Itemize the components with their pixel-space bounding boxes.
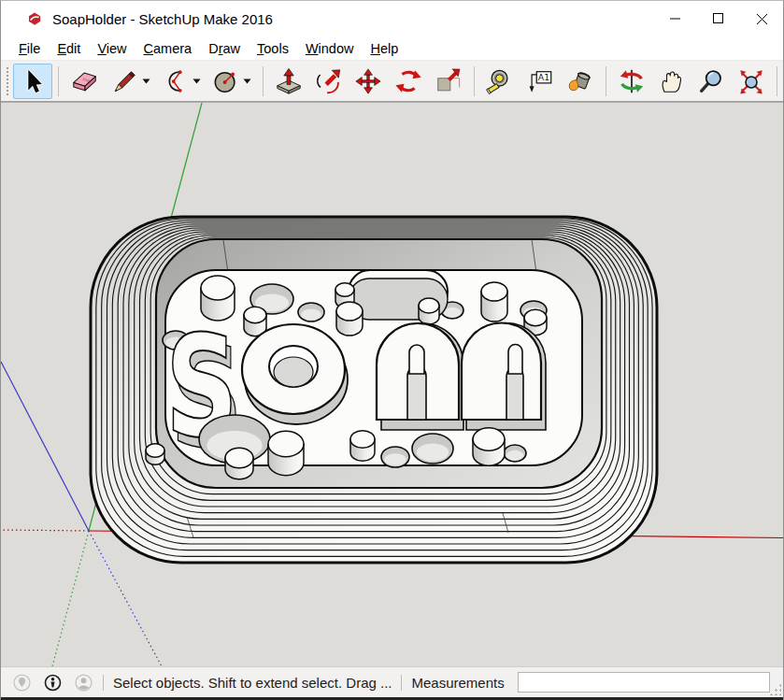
- menu-bar: FileEditViewCameraDrawToolsWindowHelp: [1, 36, 783, 61]
- rotate-icon: [394, 67, 422, 95]
- rotate-tool-button[interactable]: [389, 64, 429, 99]
- toolbar-separator: [777, 66, 777, 96]
- text-icon-label: A1: [537, 72, 549, 82]
- statusbar-separator: [103, 675, 104, 691]
- chevron-down-icon: [142, 78, 150, 84]
- menu-item-view[interactable]: View: [89, 38, 135, 59]
- credits-button[interactable]: [42, 672, 63, 693]
- eraser-icon: PINK: [71, 67, 99, 95]
- line-tool-button[interactable]: [105, 64, 145, 99]
- menu-item-file[interactable]: File: [10, 38, 49, 59]
- sign-in-button[interactable]: [73, 672, 93, 693]
- tape-measure-icon: [486, 67, 514, 95]
- shapes-tool-button[interactable]: [207, 64, 247, 99]
- sketchup-logo-icon: [26, 10, 43, 27]
- move-icon: [354, 67, 382, 95]
- main-toolbar: PINK: [1, 61, 783, 102]
- shapes-tool-dropdown[interactable]: [242, 64, 253, 99]
- chevron-down-icon: [192, 78, 201, 84]
- user-avatar-icon: [75, 674, 93, 692]
- eraser-tool-button[interactable]: PINK: [64, 64, 105, 99]
- toolbar-separator: [263, 66, 264, 96]
- measurements-input[interactable]: [518, 672, 770, 693]
- scale-icon: [434, 67, 462, 95]
- pan-hand-icon: [657, 67, 685, 95]
- drawing-viewport[interactable]: S S: [1, 102, 783, 666]
- paint-bucket-tool-button[interactable]: [560, 64, 600, 99]
- maximize-icon: [713, 13, 724, 24]
- toolbar-separator: [58, 66, 59, 96]
- arc-tool-dropdown[interactable]: [192, 64, 203, 99]
- paint-bucket-icon: [565, 67, 593, 95]
- zoom-extents-tool-button[interactable]: [731, 64, 771, 99]
- resize-grip[interactable]: [769, 683, 781, 695]
- soap-holder-model[interactable]: S S: [91, 217, 657, 563]
- statusbar-separator: [401, 675, 402, 691]
- sketchup-window: SoapHolder - SketchUp Make 2016 FileEdit…: [0, 0, 784, 700]
- orbit-tool-button[interactable]: [612, 64, 652, 99]
- measurements-label: Measurements: [411, 675, 504, 691]
- text-tool-button[interactable]: A1: [520, 64, 560, 99]
- maximize-button[interactable]: [697, 1, 740, 36]
- menu-item-edit[interactable]: Edit: [49, 38, 89, 59]
- arc-icon: [162, 67, 190, 95]
- follow-me-tool-button[interactable]: [308, 64, 349, 99]
- minimize-button[interactable]: [654, 1, 697, 36]
- select-tool-button[interactable]: [13, 64, 53, 99]
- select-arrow-icon: [19, 67, 47, 95]
- letter-o: [242, 324, 348, 424]
- circle-shape-icon: [212, 67, 240, 95]
- tape-measure-tool-button[interactable]: [480, 64, 520, 99]
- letter-p: [462, 323, 546, 431]
- scale-tool-button[interactable]: [428, 64, 468, 99]
- model-canvas[interactable]: S S: [1, 103, 783, 666]
- geolocation-button[interactable]: [11, 672, 32, 693]
- chevron-down-icon: [243, 78, 251, 84]
- toolbar-grip[interactable]: [5, 65, 8, 97]
- menu-item-tools[interactable]: Tools: [249, 38, 297, 59]
- title-bar: SoapHolder - SketchUp Make 2016: [1, 1, 783, 36]
- geolocation-icon: [13, 674, 31, 692]
- status-bar: Select objects. Shift to extend select. …: [1, 666, 783, 697]
- toolbar-separator: [474, 66, 475, 96]
- menu-item-help[interactable]: Help: [362, 38, 406, 59]
- close-button[interactable]: [740, 1, 783, 36]
- info-icon: [44, 674, 62, 692]
- zoom-extents-icon: [737, 67, 765, 95]
- window-title: SoapHolder - SketchUp Make 2016: [52, 11, 273, 27]
- push-pull-icon: [275, 67, 303, 95]
- pencil-icon: [110, 67, 138, 95]
- zoom-tool-button[interactable]: [691, 64, 732, 99]
- line-tool-dropdown[interactable]: [141, 64, 152, 99]
- follow-me-icon: [315, 67, 343, 95]
- orbit-icon: [618, 67, 646, 95]
- status-message: Select objects. Shift to extend select. …: [113, 675, 392, 691]
- menu-item-draw[interactable]: Draw: [200, 38, 249, 59]
- letter-a: [377, 323, 463, 430]
- arc-tool-button[interactable]: [155, 64, 195, 99]
- push-pull-tool-button[interactable]: [269, 64, 309, 99]
- zoom-icon: [697, 67, 725, 95]
- toolbar-separator: [606, 66, 606, 96]
- text-annotation-icon: A1: [526, 67, 554, 95]
- close-icon: [756, 13, 768, 25]
- move-tool-button[interactable]: [349, 64, 389, 99]
- menu-item-window[interactable]: Window: [297, 38, 363, 59]
- minimize-icon: [670, 13, 681, 24]
- pan-tool-button[interactable]: [651, 64, 691, 99]
- menu-item-camera[interactable]: Camera: [135, 38, 201, 59]
